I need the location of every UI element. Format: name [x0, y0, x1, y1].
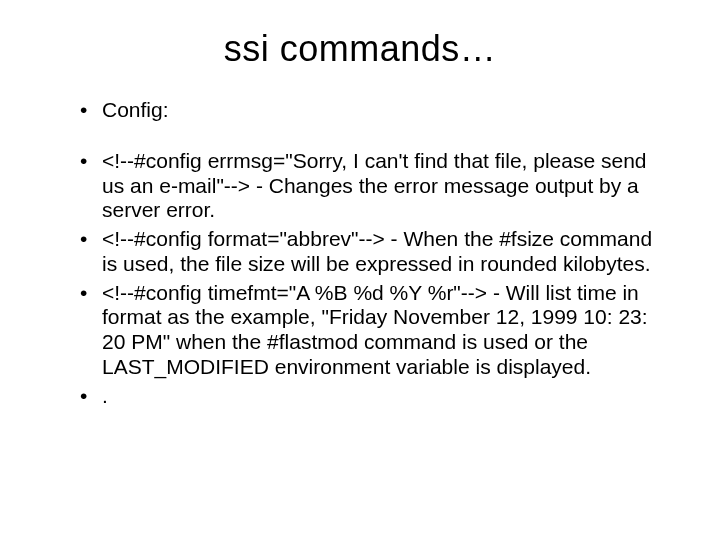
bullet-list: Config:: [50, 98, 670, 123]
spacer: [50, 127, 670, 149]
list-item: <!--#config format="abbrev"--> - When th…: [80, 227, 658, 277]
list-item: <!--#config timefmt="A %B %d %Y %r"--> -…: [80, 281, 658, 380]
list-item: <!--#config errmsg="Sorry, I can't find …: [80, 149, 658, 223]
list-item: .: [80, 384, 658, 409]
slide: ssi commands… Config: <!--#config errmsg…: [0, 0, 720, 540]
list-item: Config:: [80, 98, 658, 123]
bullet-list: <!--#config errmsg="Sorry, I can't find …: [50, 149, 670, 409]
slide-title: ssi commands…: [50, 28, 670, 70]
